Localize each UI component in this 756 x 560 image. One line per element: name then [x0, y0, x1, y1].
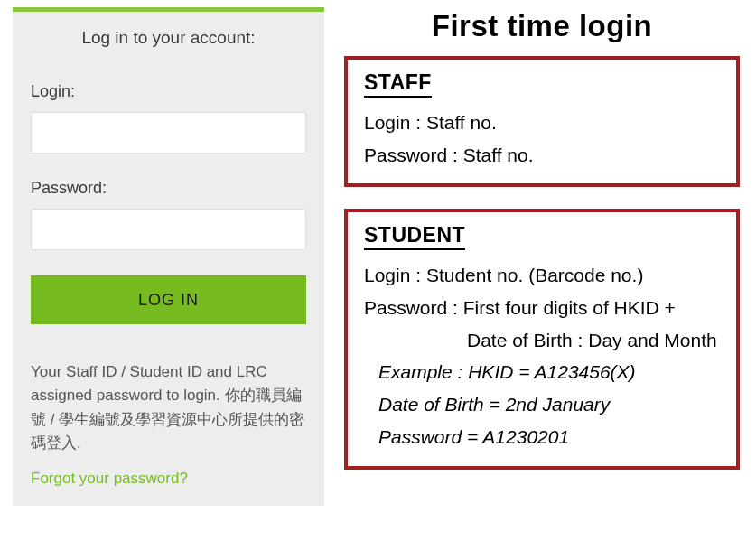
staff-box-title: STAFF — [364, 70, 432, 98]
login-card: Log in to your account: Login: Password:… — [13, 12, 324, 506]
staff-box: STAFF Login : Staff no. Password : Staff… — [344, 56, 740, 187]
password-label: Password: — [31, 179, 306, 198]
login-label: Login: — [31, 82, 306, 101]
password-input[interactable] — [31, 209, 306, 250]
student-example-dob: Date of Birth = 2nd January — [364, 388, 720, 421]
student-box: STUDENT Login : Student no. (Barcode no.… — [344, 209, 740, 469]
student-login-line: Login : Student no. (Barcode no.) — [364, 259, 720, 292]
help-text: Your Staff ID / Student ID and LRC assig… — [31, 360, 306, 455]
info-heading: First time login — [344, 9, 740, 43]
login-input[interactable] — [31, 112, 306, 154]
student-box-title: STUDENT — [364, 223, 465, 250]
student-example-pw: Password = A1230201 — [364, 421, 720, 453]
info-panel: First time login STAFF Login : Staff no.… — [324, 0, 756, 560]
forgot-password-link[interactable]: Forgot your password? — [31, 470, 188, 488]
staff-login-line: Login : Staff no. — [364, 107, 720, 139]
student-password-label: Password : First four digits of HKID + — [364, 292, 720, 324]
login-panel: Log in to your account: Login: Password:… — [13, 7, 324, 560]
student-example-label: Example : HKID = A123456(X) — [364, 356, 720, 388]
login-title: Log in to your account: — [31, 28, 306, 48]
student-password-detail: Date of Birth : Day and Month — [364, 324, 720, 357]
login-button[interactable]: LOG IN — [31, 275, 306, 324]
staff-password-line: Password : Staff no. — [364, 139, 720, 172]
